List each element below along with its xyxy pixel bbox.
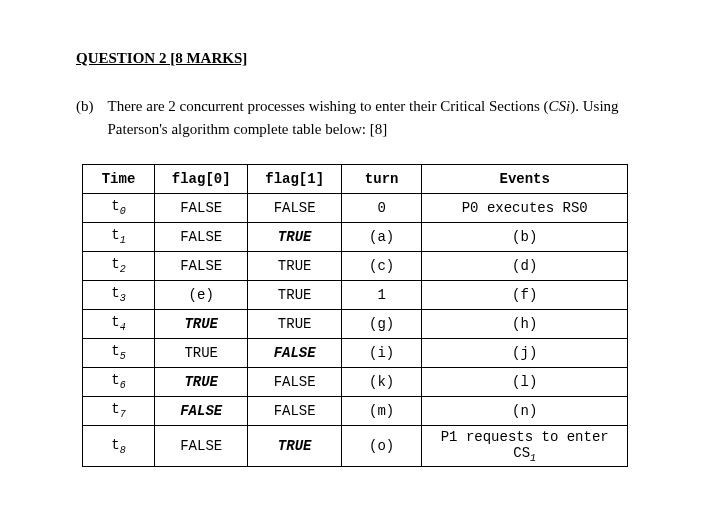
cell-flag0: (e) xyxy=(154,280,247,309)
cell-turn: 1 xyxy=(341,280,422,309)
table-row: t0FALSEFALSE0P0 executes RS0 xyxy=(83,193,628,222)
cell-flag0: FALSE xyxy=(154,222,247,251)
cell-time: t4 xyxy=(83,309,155,338)
cell-events: (l) xyxy=(422,367,628,396)
cell-turn: (g) xyxy=(341,309,422,338)
cell-flag1: TRUE xyxy=(248,222,341,251)
cell-flag1: TRUE xyxy=(248,425,341,467)
cell-time: t2 xyxy=(83,251,155,280)
cell-time: t8 xyxy=(83,425,155,467)
cell-events: (j) xyxy=(422,338,628,367)
cell-turn: (m) xyxy=(341,396,422,425)
cell-turn: (a) xyxy=(341,222,422,251)
table-header-row: Time flag[0] flag[1] turn Events xyxy=(83,164,628,193)
cell-time: t1 xyxy=(83,222,155,251)
cell-flag0: TRUE xyxy=(154,309,247,338)
cell-time: t0 xyxy=(83,193,155,222)
question-part-b: (b) There are 2 concurrent processes wis… xyxy=(76,95,628,142)
table-row: t3(e)TRUE1(f) xyxy=(83,280,628,309)
table-row: t8FALSETRUE(o)P1 requests to enter CS1 xyxy=(83,425,628,467)
cell-turn: 0 xyxy=(341,193,422,222)
cell-flag1: TRUE xyxy=(248,280,341,309)
text-run: There are 2 concurrent processes wishing… xyxy=(108,98,549,114)
cell-events: (f) xyxy=(422,280,628,309)
cell-events: (d) xyxy=(422,251,628,280)
col-events-header: Events xyxy=(422,164,628,193)
col-turn-header: turn xyxy=(341,164,422,193)
cell-flag0: TRUE xyxy=(154,338,247,367)
cell-flag1: FALSE xyxy=(248,396,341,425)
cell-time: t3 xyxy=(83,280,155,309)
cell-time: t7 xyxy=(83,396,155,425)
table-row: t7FALSEFALSE(m)(n) xyxy=(83,396,628,425)
part-label: (b) xyxy=(76,95,94,142)
part-text: There are 2 concurrent processes wishing… xyxy=(108,95,629,142)
cell-time: t6 xyxy=(83,367,155,396)
cell-events: P1 requests to enter CS1 xyxy=(422,425,628,467)
table-row: t6TRUEFALSE(k)(l) xyxy=(83,367,628,396)
table-row: t4TRUETRUE(g)(h) xyxy=(83,309,628,338)
cell-flag1: FALSE xyxy=(248,367,341,396)
algorithm-table: Time flag[0] flag[1] turn Events t0FALSE… xyxy=(82,164,628,468)
cell-flag1: FALSE xyxy=(248,338,341,367)
question-heading: QUESTION 2 [8 MARKS] xyxy=(76,50,628,67)
cell-time: t5 xyxy=(83,338,155,367)
table-row: t5TRUEFALSE(i)(j) xyxy=(83,338,628,367)
cell-flag0: FALSE xyxy=(154,193,247,222)
cell-flag0: FALSE xyxy=(154,396,247,425)
cell-flag1: TRUE xyxy=(248,251,341,280)
table-row: t1FALSETRUE(a)(b) xyxy=(83,222,628,251)
table-row: t2FALSETRUE(c)(d) xyxy=(83,251,628,280)
cell-flag0: FALSE xyxy=(154,251,247,280)
cell-turn: (i) xyxy=(341,338,422,367)
cell-turn: (k) xyxy=(341,367,422,396)
col-flag0-header: flag[0] xyxy=(154,164,247,193)
cell-flag1: TRUE xyxy=(248,309,341,338)
cell-flag1: FALSE xyxy=(248,193,341,222)
cell-flag0: TRUE xyxy=(154,367,247,396)
cell-flag0: FALSE xyxy=(154,425,247,467)
cell-turn: (o) xyxy=(341,425,422,467)
cell-events: (h) xyxy=(422,309,628,338)
cell-turn: (c) xyxy=(341,251,422,280)
cell-events: (b) xyxy=(422,222,628,251)
text-csi: CSi xyxy=(549,98,571,114)
col-flag1-header: flag[1] xyxy=(248,164,341,193)
cell-events: P0 executes RS0 xyxy=(422,193,628,222)
cell-events: (n) xyxy=(422,396,628,425)
col-time-header: Time xyxy=(83,164,155,193)
